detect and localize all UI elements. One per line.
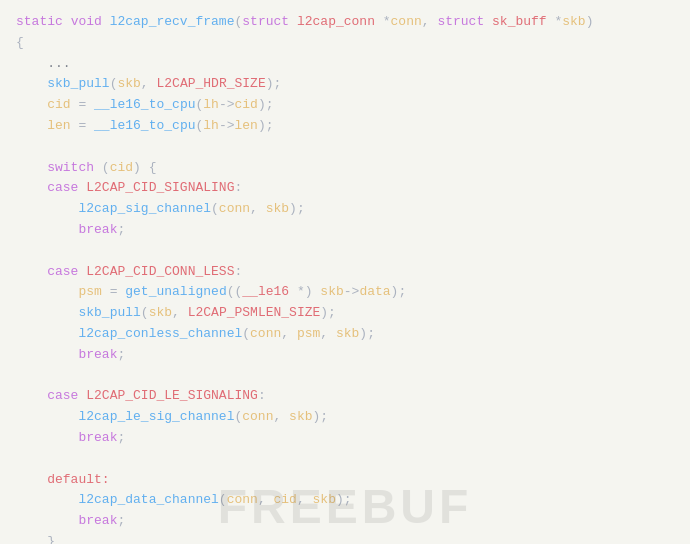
code-line-23: default: [16,470,674,491]
code-line-6: len = __le16_to_cpu(lh->len); [16,116,674,137]
code-line-26: } [16,532,674,544]
code-line-18 [16,366,674,387]
code-line-4: skb_pull(skb, L2CAP_HDR_SIZE); [16,74,674,95]
code-line-2: { [16,33,674,54]
code-line-12 [16,241,674,262]
code-line-1: static void l2cap_recv_frame(struct l2ca… [16,12,674,33]
code-line-3: ... [16,54,674,75]
code-line-25: break; [16,511,674,532]
code-line-11: break; [16,220,674,241]
code-line-21: break; [16,428,674,449]
code-line-14: psm = get_unaligned((__le16 *) skb->data… [16,282,674,303]
code-line-9: case L2CAP_CID_SIGNALING: [16,178,674,199]
code-line-7 [16,137,674,158]
code-line-8: switch (cid) { [16,158,674,179]
code-container: static void l2cap_recv_frame(struct l2ca… [0,0,690,544]
code-line-13: case L2CAP_CID_CONN_LESS: [16,262,674,283]
code-line-16: l2cap_conless_channel(conn, psm, skb); [16,324,674,345]
code-line-20: l2cap_le_sig_channel(conn, skb); [16,407,674,428]
code-line-15: skb_pull(skb, L2CAP_PSMLEN_SIZE); [16,303,674,324]
code-line-19: case L2CAP_CID_LE_SIGNALING: [16,386,674,407]
code-line-5: cid = __le16_to_cpu(lh->cid); [16,95,674,116]
code-line-22 [16,449,674,470]
code-line-17: break; [16,345,674,366]
code-line-24: l2cap_data_channel(conn, cid, skb); [16,490,674,511]
code-line-10: l2cap_sig_channel(conn, skb); [16,199,674,220]
code-block: static void l2cap_recv_frame(struct l2ca… [16,12,674,544]
